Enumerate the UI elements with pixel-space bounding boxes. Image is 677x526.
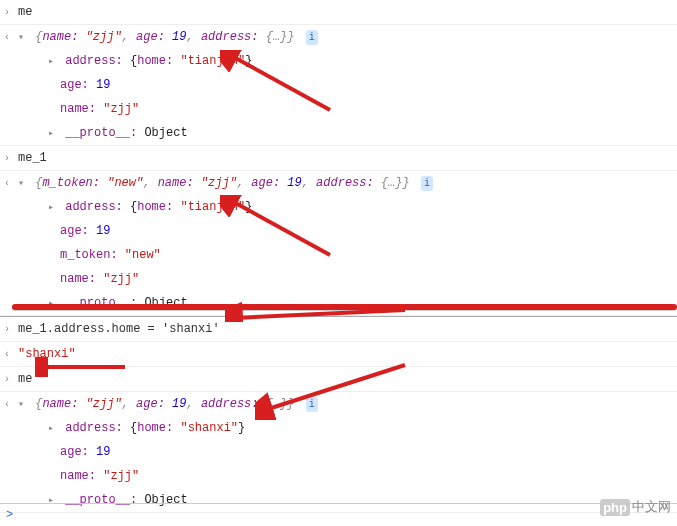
age-val: 19: [96, 78, 110, 92]
prop-name: name: "zjj": [0, 464, 677, 488]
home-val: "shanxi": [180, 421, 238, 435]
summary-token-val: "new": [107, 176, 143, 190]
chevron-right-icon: ›: [4, 372, 10, 387]
chevron-left-icon: ‹: [4, 176, 10, 191]
console-output[interactable]: ‹ ▾ {m_token: "new", name: "zjj", age: 1…: [0, 171, 677, 195]
console-input-text: me_1.address.home = 'shanxi': [18, 322, 220, 336]
chevron-right-icon: ›: [4, 151, 10, 166]
brace-close: }: [287, 30, 294, 44]
info-icon[interactable]: i: [306, 397, 318, 412]
summary-addr-val: {…}: [266, 30, 288, 44]
chevron-right-icon: >: [6, 508, 13, 522]
output-value: "shanxi": [18, 347, 76, 361]
caret-down-icon[interactable]: ▾: [18, 176, 28, 191]
caret-right-icon[interactable]: ▸: [48, 54, 58, 69]
console-output: ‹ "shanxi": [0, 342, 677, 367]
prop-address[interactable]: ▸ address: {home: "shanxi"}: [0, 416, 677, 440]
caret-right-icon[interactable]: ▸: [48, 126, 58, 141]
prop-name: name: "zjj": [0, 97, 677, 121]
prop-age: age: 19: [0, 219, 677, 243]
caret-right-icon[interactable]: ▸: [48, 421, 58, 436]
mtoken-key: m_token:: [60, 248, 118, 262]
console-input-line[interactable]: › me: [0, 367, 677, 392]
summary-age-val: 19: [172, 30, 186, 44]
proto-key: __proto__:: [65, 126, 137, 140]
console-input-line[interactable]: › me_1: [0, 146, 677, 171]
prop-proto[interactable]: ▸ __proto__: Object: [0, 121, 677, 146]
caret-right-icon[interactable]: ▸: [48, 200, 58, 215]
summary-age-key: age:: [136, 30, 165, 44]
age-key: age:: [60, 78, 89, 92]
chevron-right-icon: ›: [4, 322, 10, 337]
console-input-line[interactable]: › me: [0, 0, 677, 25]
prop-age: age: 19: [0, 73, 677, 97]
watermark-text: 中文网: [632, 498, 671, 516]
chevron-left-icon: ‹: [4, 30, 10, 45]
mtoken-val: "new": [125, 248, 161, 262]
home-val: "tianjin": [180, 54, 245, 68]
home-val: "tianjin": [180, 200, 245, 214]
info-icon[interactable]: i: [421, 176, 433, 191]
caret-down-icon[interactable]: ▾: [18, 397, 28, 412]
summary-name-val: "zjj": [86, 30, 122, 44]
caret-down-icon[interactable]: ▾: [18, 30, 28, 45]
name-val: "zjj": [103, 102, 139, 116]
annotation-red-bar: [12, 304, 677, 310]
address-key: address:: [65, 54, 123, 68]
summary-token-key: m_token:: [42, 176, 100, 190]
summary-name-key: name:: [42, 30, 78, 44]
prop-address[interactable]: ▸ address: {home: "tianjin"}: [0, 195, 677, 219]
prop-age: age: 19: [0, 440, 677, 464]
chevron-right-icon: ›: [4, 5, 10, 20]
info-icon[interactable]: i: [306, 30, 318, 45]
watermark-icon: php: [600, 499, 630, 516]
console-output[interactable]: ‹ ▾ {name: "zjj", age: 19, address: {…}}…: [0, 25, 677, 49]
summary-addr-key: address:: [201, 30, 259, 44]
prop-mtoken: m_token: "new": [0, 243, 677, 267]
prop-name: name: "zjj": [0, 267, 677, 291]
home-key: home:: [137, 54, 173, 68]
console-input-line[interactable]: › me_1.address.home = 'shanxi': [0, 316, 677, 342]
name-key: name:: [60, 102, 96, 116]
console-input-text: me_1: [18, 151, 47, 165]
console-output[interactable]: ‹ ▾ {name: "zjj", age: 19, address: {…}}…: [0, 392, 677, 416]
proto-val: Object: [144, 126, 187, 140]
console-prompt[interactable]: >: [0, 503, 677, 526]
console-input-text: me: [18, 5, 32, 19]
console-input-text: me: [18, 372, 32, 386]
chevron-left-icon: ‹: [4, 347, 10, 362]
watermark: php 中文网: [600, 498, 671, 516]
chevron-left-icon: ‹: [4, 397, 10, 412]
prop-address[interactable]: ▸ address: {home: "tianjin"}: [0, 49, 677, 73]
